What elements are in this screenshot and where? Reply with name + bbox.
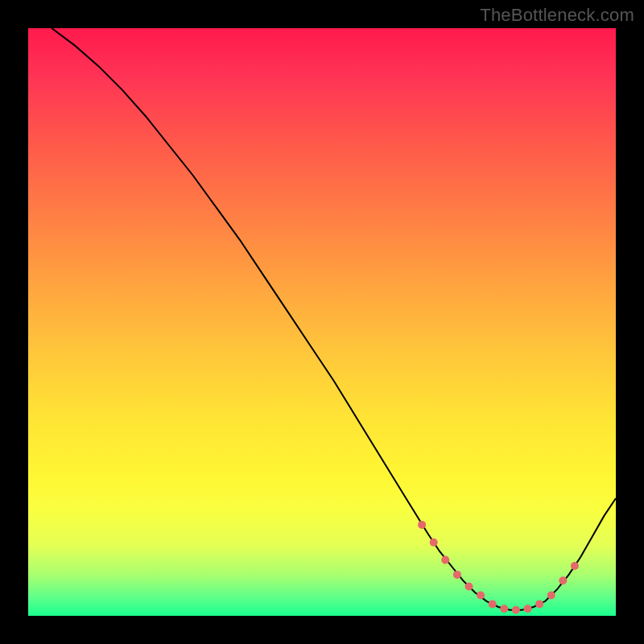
marker-point — [559, 576, 567, 584]
marker-point — [430, 539, 438, 547]
chart-svg — [28, 28, 616, 616]
marker-point — [477, 592, 485, 600]
marker-point — [535, 600, 543, 608]
marker-point — [512, 606, 520, 614]
marker-point — [441, 556, 449, 564]
bottleneck-curve — [52, 28, 616, 610]
marker-point — [500, 605, 508, 613]
marker-point — [418, 521, 426, 529]
marker-point — [465, 583, 473, 591]
watermark-text: TheBottleneck.com — [480, 5, 634, 26]
marker-group — [418, 521, 579, 614]
marker-point — [524, 605, 532, 613]
marker-point — [547, 592, 555, 600]
marker-point — [489, 600, 497, 608]
chart-frame: TheBottleneck.com — [0, 0, 644, 644]
marker-point — [571, 562, 579, 570]
plot-area — [28, 28, 616, 616]
marker-point — [453, 571, 461, 579]
